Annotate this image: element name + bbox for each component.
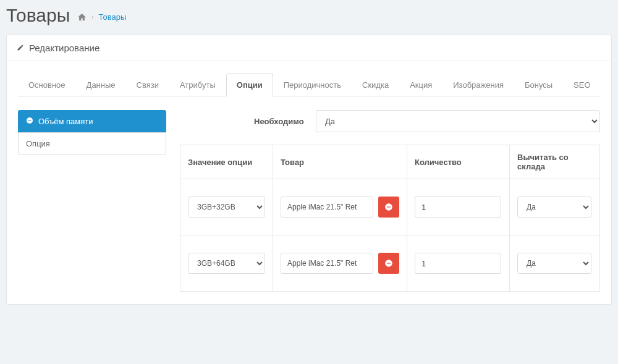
pencil-icon [17, 43, 24, 53]
option-sidebar: Объём памяти Опция [18, 110, 166, 155]
tab-7[interactable]: Акция [399, 74, 442, 96]
th-product: Товар [273, 145, 407, 179]
quantity-input[interactable] [415, 197, 501, 218]
minus-circle-icon [26, 117, 33, 126]
breadcrumb-link-products[interactable]: Товары [99, 12, 127, 22]
remove-button[interactable] [378, 253, 399, 274]
table-row: 3GB+64GBДа [180, 235, 600, 292]
tab-6[interactable]: Скидка [352, 74, 399, 96]
tab-9[interactable]: Бонусы [514, 74, 563, 96]
subtract-stock-select[interactable]: Да [517, 197, 591, 218]
sidebar-item-add-option[interactable]: Опция [18, 132, 166, 155]
table-row: 3GB+32GBДа [180, 179, 600, 235]
page-header: Товары › Товары [6, 5, 612, 26]
tab-1[interactable]: Данные [76, 74, 126, 96]
product-tabs: ОсновноеДанныеСвязиАтрибутыОпцииПериодич… [18, 74, 600, 96]
option-values-table: Значение опции Товар Количество Вычитать… [180, 145, 600, 292]
tab-8[interactable]: Изображения [442, 74, 514, 96]
svg-rect-3 [387, 206, 391, 207]
sidebar-item-label: Опция [26, 139, 50, 148]
sidebar-item-memory[interactable]: Объём памяти [18, 110, 166, 133]
tab-0[interactable]: Основное [18, 74, 76, 96]
breadcrumb: › Товары [77, 12, 126, 22]
panel-title: Редактирование [29, 43, 99, 53]
home-icon[interactable] [77, 12, 87, 22]
minus-circle-icon [384, 259, 393, 268]
subtract-stock-select[interactable]: Да [517, 253, 591, 274]
tab-5[interactable]: Периодичность [273, 74, 352, 96]
product-input[interactable] [281, 197, 373, 218]
th-subtract-stock: Вычитать со склада [510, 145, 600, 179]
svg-rect-5 [387, 263, 391, 263]
tab-4[interactable]: Опции [226, 74, 273, 96]
edit-panel: Редактирование ОсновноеДанныеСвязиАтрибу… [6, 35, 612, 305]
th-quantity: Количество [407, 145, 510, 179]
required-select[interactable]: Да [316, 110, 600, 132]
svg-rect-1 [28, 121, 32, 121]
option-main: Необходимо Да Значение опции Товар [180, 110, 600, 292]
breadcrumb-separator: › [91, 14, 93, 20]
sidebar-item-label: Объём памяти [38, 117, 93, 126]
tab-10[interactable]: SEO [563, 74, 601, 96]
required-label: Необходимо [180, 117, 316, 126]
tab-3[interactable]: Атрибуты [169, 74, 226, 96]
th-option-value: Значение опции [180, 145, 273, 179]
panel-heading: Редактирование [7, 35, 611, 61]
quantity-input[interactable] [415, 253, 501, 274]
minus-circle-icon [384, 203, 393, 211]
option-value-select[interactable]: 3GB+32GB [188, 197, 265, 218]
product-input[interactable] [281, 253, 373, 274]
option-value-select[interactable]: 3GB+64GB [188, 253, 265, 274]
tab-2[interactable]: Связи [126, 74, 169, 96]
remove-button[interactable] [378, 197, 399, 218]
page-title: Товары [6, 5, 70, 26]
